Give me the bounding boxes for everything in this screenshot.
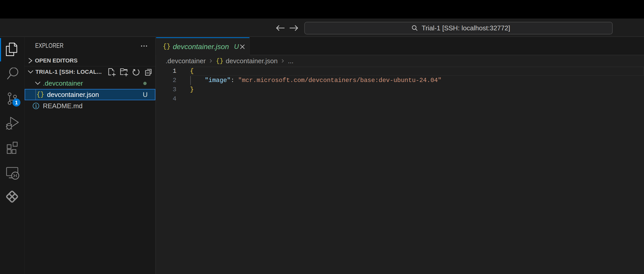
svg-text:1: 1 [15,100,18,105]
